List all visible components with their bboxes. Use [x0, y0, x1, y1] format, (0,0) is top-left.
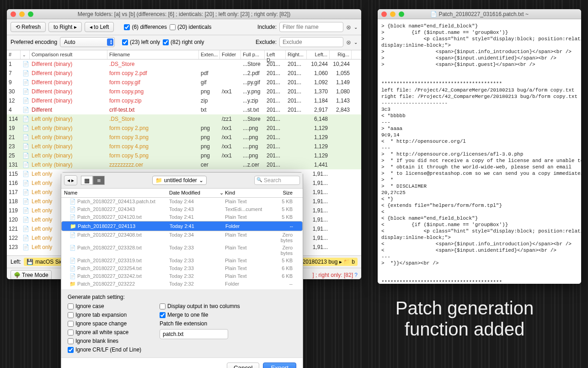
left-only-checkbox[interactable]: (23) left only	[122, 39, 160, 45]
table-row[interactable]: 131📄Left only (binary)zzzzzzzzz.cercer..…	[7, 160, 361, 169]
table-row[interactable]: 114📄Left only (binary).DS_Store/zz1...St…	[7, 114, 361, 124]
file-list-row[interactable]: 📄 Patch_20180227_024120.txtToday 2:41Pla…	[61, 213, 303, 221]
toolbar-row2: Preferred encoding Auto▴▾ (23) left only…	[7, 35, 361, 50]
encoding-select[interactable]: Auto▴▾	[60, 37, 115, 47]
file-icon: 📄	[22, 125, 30, 131]
folder-icon: 📁	[155, 177, 162, 184]
settings-title: Generate patch setting:	[68, 294, 296, 300]
patch-option-checkbox[interactable]: Ignore all white space	[68, 329, 141, 336]
col-folder[interactable]: Folder	[220, 50, 241, 59]
export-button[interactable]: Export	[263, 363, 296, 368]
file-list-row[interactable]: 📁 Patch_20180227_024113Today 2:41Folder-…	[61, 221, 303, 231]
table-row[interactable]: 4📄Differentcrlf-test.txttxt...st.txt201.…	[7, 105, 361, 114]
extension-input[interactable]	[160, 329, 228, 339]
view-toggle[interactable]: ▦ ≡	[81, 176, 105, 185]
table-row[interactable]: 21📄Left only (binary)form copy 3.pngpng/…	[7, 133, 361, 142]
table-row[interactable]: 12📄Different (binary)form copy.zipzip...…	[7, 96, 361, 105]
patch-option-checkbox[interactable]: Ignore space change	[68, 320, 141, 327]
file-list-row[interactable]: 📄 Patch_20180227_023319.txtToday 2:33Pla…	[61, 257, 303, 265]
file-icon: 📄	[22, 107, 30, 113]
file-list[interactable]: 📄 Patch_20180227_024413.patch.txtToday 2…	[61, 198, 303, 289]
file-list-row[interactable]: 📄 Patch_20180227_023328.txtToday 2:33Pla…	[61, 244, 303, 257]
file-icon: 📄	[69, 232, 76, 238]
patch-option-checkbox[interactable]: Ignore tab expansion	[68, 312, 141, 318]
file-list-row[interactable]: 📄 Patch_20180227_023242.txtToday 2:32Pla…	[61, 272, 303, 280]
table-row[interactable]: 30📄Different (binary)form copy.pngpng/xx…	[7, 87, 361, 96]
col-rightsize[interactable]: Rig...	[330, 50, 352, 59]
folder-icon: 📁	[70, 223, 76, 229]
table-row[interactable]: 9📄Different (binary)form copy.gifgif...p…	[7, 78, 361, 87]
to-left-button[interactable]: ◂ to Left	[85, 22, 114, 32]
nav-back-button[interactable]: ◂ ▸	[64, 175, 77, 185]
editor-titlebar[interactable]: 📄 Patch_20180227_031616.patch.txt ~	[378, 9, 581, 19]
file-list-row[interactable]: 📄 Patch_20180227_023408.txtToday 2:34Pla…	[61, 231, 303, 244]
file-icon: 📄	[22, 143, 30, 150]
dialog-buttons: Cancel Export	[61, 357, 303, 368]
chevron-down-icon[interactable]: ⌄	[354, 25, 358, 30]
editor-title: 📄 Patch_20180227_031616.patch.txt ~	[378, 11, 581, 17]
differences-checkbox[interactable]: (6) differences	[124, 24, 166, 30]
include-input[interactable]	[279, 22, 343, 32]
col-fullpath[interactable]: Full p...	[241, 50, 265, 59]
patch-option-checkbox[interactable]: Ignore blank lines	[68, 338, 141, 344]
file-icon: 📄	[22, 70, 30, 76]
icon-view-button[interactable]: ▦	[81, 176, 93, 185]
table-row[interactable]: 25📄Left only (binary)form copy 5.pngpng/…	[7, 151, 361, 160]
chevron-down-icon: ⌄	[22, 53, 26, 57]
file-list-row[interactable]: 📁 Patch_20180227_023128Today 2:31Folder-…	[61, 288, 303, 289]
folder-icon: 📁	[69, 281, 76, 287]
table-row[interactable]: 7📄Different (binary)form copy 2.pdfpdf..…	[7, 69, 361, 78]
patch-option-checkbox[interactable]: Ignore CR/LF (End of Line)	[68, 346, 141, 353]
identicals-checkbox[interactable]: (20) identicals	[170, 24, 212, 30]
col-comparison[interactable]: Comparison result	[30, 50, 107, 59]
window-title: Merge folders: [a] vs [b] (differences: …	[7, 11, 361, 17]
exclude-input[interactable]	[279, 37, 343, 47]
col-rightdate[interactable]: Right...	[286, 50, 307, 59]
cancel-button[interactable]: Cancel	[227, 363, 260, 368]
tree-mode-button[interactable]: 🌳 Tree Mode	[11, 270, 52, 279]
file-list-row[interactable]: 📄 Patch_20180227_024413.patch.txtToday 2…	[61, 198, 303, 206]
clear-include-icon[interactable]: ⊗	[346, 24, 351, 31]
right-path-chip[interactable]: 20180213 bug ▸ 📁 b	[300, 258, 358, 266]
chevron-down-icon[interactable]: ⌄	[354, 40, 358, 45]
dialog-header[interactable]: Name Date Modified ⌄ Kind Size	[61, 188, 303, 198]
help-icon[interactable]: ?	[354, 272, 358, 278]
col-filename[interactable]: Filename	[107, 50, 199, 59]
col-leftsize[interactable]: Left...	[307, 50, 330, 59]
file-icon: 📄	[22, 79, 30, 86]
col-leftdate[interactable]: Left D...	[265, 50, 286, 59]
file-icon: 📄	[22, 116, 30, 122]
merge-one-file-checkbox[interactable]: Merge to one file	[160, 312, 240, 318]
titlebar[interactable]: Merge folders: [a] vs [b] (differences: …	[7, 9, 361, 19]
file-icon: 📄	[22, 152, 30, 159]
folder-selector[interactable]: 📁 untitled folder	[108, 176, 251, 185]
file-list-row[interactable]: 📄 Patch_20180227_023254.txtToday 2:33Pla…	[61, 265, 303, 272]
editor-content[interactable]: > {block name="end_field_block"} > {if (…	[378, 19, 581, 284]
file-list-row[interactable]: 📁 Patch_20180227_023222Today 2:32Folder-…	[61, 280, 303, 288]
list-view-button[interactable]: ≡	[93, 176, 105, 185]
folder-icon: 📁	[69, 289, 76, 289]
table-row[interactable]: 23📄Left only (binary)form copy 4.pngpng/…	[7, 142, 361, 151]
file-icon: 📄	[69, 265, 76, 271]
right-only-checkbox[interactable]: (82) right only	[163, 39, 204, 45]
table-row[interactable]: 19📄Left only (binary)form copy 2.pngpng/…	[7, 124, 361, 133]
refresh-button[interactable]: ⟲ Refresh	[11, 22, 46, 32]
col-extension[interactable]: Exten...	[199, 50, 220, 59]
col-number[interactable]: #	[7, 50, 21, 59]
file-icon: 📄	[69, 199, 76, 204]
clear-exclude-icon[interactable]: ⊗	[346, 39, 351, 46]
patch-option-checkbox[interactable]: Ignore case	[68, 303, 141, 309]
left-label: Left:	[11, 259, 21, 265]
save-dialog: ◂ ▸ ▦ ≡ 📁 untitled folder Search Name Da…	[61, 172, 303, 368]
col-icon[interactable]: ⌄	[21, 50, 30, 59]
table-header[interactable]: # ⌄ Comparison result Filename Exten... …	[7, 50, 361, 60]
file-list-row[interactable]: 📄 Patch_20180227_024343Today 2:43TextEdi…	[61, 206, 303, 213]
file-icon: 📄	[22, 162, 30, 168]
promo-caption: Patch generation function added	[369, 298, 561, 340]
file-icon: 📄	[22, 61, 30, 67]
table-row[interactable]: 1📄Different (binary).DS_Store...Store201…	[7, 60, 361, 69]
to-right-button[interactable]: to Right ▸	[48, 22, 82, 32]
search-input[interactable]: Search	[254, 176, 300, 185]
two-columns-checkbox[interactable]: Display output in two columns	[160, 303, 240, 309]
file-icon: 📄	[22, 207, 30, 214]
